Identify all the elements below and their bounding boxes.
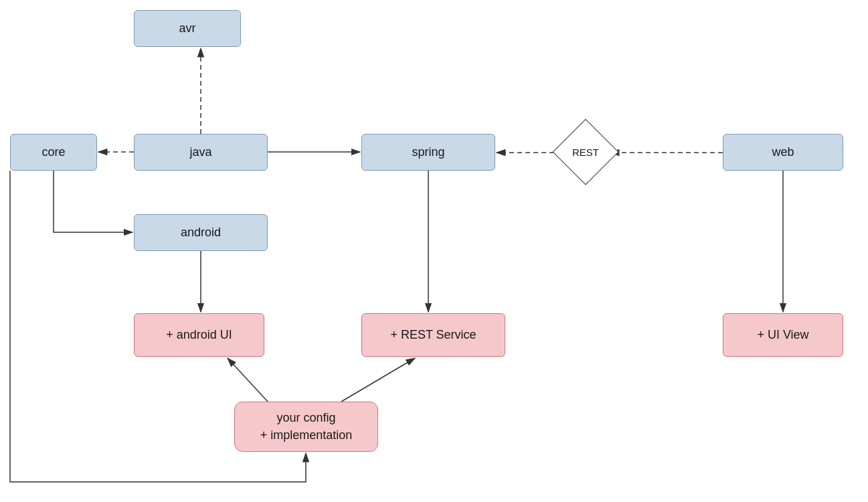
node-your-config: your config + implementation (234, 402, 378, 452)
node-core: core (10, 134, 97, 171)
node-android: android (134, 214, 268, 251)
node-rest-service: + REST Service (361, 313, 505, 357)
node-avr: avr (134, 10, 241, 47)
node-java: java (134, 134, 268, 171)
arrow-config-androidui (228, 358, 268, 402)
node-rest-diamond: REST (561, 127, 610, 177)
node-web: web (723, 134, 843, 171)
arrow-config-restservice (341, 358, 415, 402)
diagram-svg (0, 0, 868, 502)
diagram-container: avr core java spring web REST android + … (0, 0, 868, 502)
arrow-core-android (54, 171, 133, 232)
node-ui-view: + UI View (723, 313, 843, 357)
diamond-label: REST (572, 147, 599, 158)
node-spring: spring (361, 134, 495, 171)
node-android-ui: + android UI (134, 313, 264, 357)
